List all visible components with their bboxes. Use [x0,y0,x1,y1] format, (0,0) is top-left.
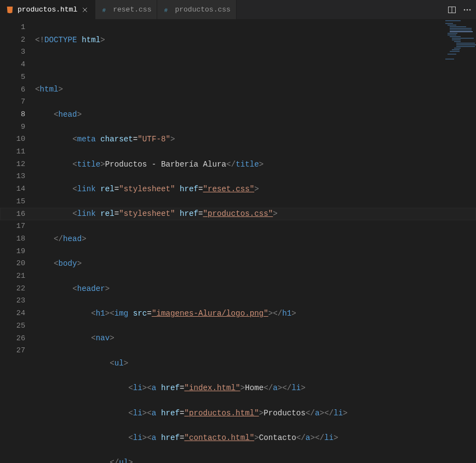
css-file-icon: # [163,5,171,14]
svg-point-7 [469,9,471,10]
tab-label: reset.css [113,5,151,14]
editor-actions [443,0,476,19]
code-line: <head> [35,108,476,121]
code-line [35,59,476,71]
code-line: <!DOCTYPE html> [35,34,476,47]
code-line: <link rel="stylesheet" href="productos.c… [35,208,476,220]
svg-text:#: # [102,7,106,13]
svg-point-6 [467,9,468,10]
tab-bar: productos.html # reset.css # productos.c… [0,0,476,19]
code-line: <link rel="stylesheet" href="reset.css"> [35,183,476,196]
tab-label: productos.html [18,5,77,14]
code-line: <nav> [35,332,476,345]
tab-reset-css[interactable]: # reset.css [95,0,157,19]
code-content[interactable]: <!DOCTYPE html> <html> <head> <meta char… [35,19,476,463]
tab-productos-css[interactable]: # productos.css [157,0,236,19]
code-line: <ul> [35,357,476,370]
svg-point-5 [464,9,466,10]
tab-label: productos.css [175,5,230,14]
line-number-gutter: 1 2 3 4 5 6 7 8 9 10 11 12 13 14 15 16 1… [0,19,35,463]
close-icon[interactable] [81,5,89,14]
code-line: <li><a href="index.html">Home</a></li> [35,382,476,395]
code-line: <body> [35,258,476,270]
more-actions-icon[interactable] [463,5,472,14]
code-editor[interactable]: 1 2 3 4 5 6 7 8 9 10 11 12 13 14 15 16 1… [0,19,476,463]
code-line: <header> [35,283,476,295]
code-line: <h1><img src="imagenes-Alura/logo.png"><… [35,307,476,320]
code-line: <html> [35,83,476,96]
code-line: </ul> [35,456,476,463]
code-line: </head> [35,233,476,245]
tab-productos-html[interactable]: productos.html [0,0,95,19]
svg-text:#: # [164,7,168,13]
css-file-icon: # [101,5,110,14]
split-editor-icon[interactable] [448,5,456,14]
code-line: <title>Productos - Barbería Alura</title… [35,158,476,171]
code-line: <li><a href="contacto.html">Contacto</a>… [35,432,476,444]
code-line: <li><a href="productos.html">Productos</… [35,407,476,420]
svg-marker-0 [7,6,13,13]
html-file-icon [5,5,14,14]
code-line: <meta charset="UTF-8"> [35,133,476,146]
